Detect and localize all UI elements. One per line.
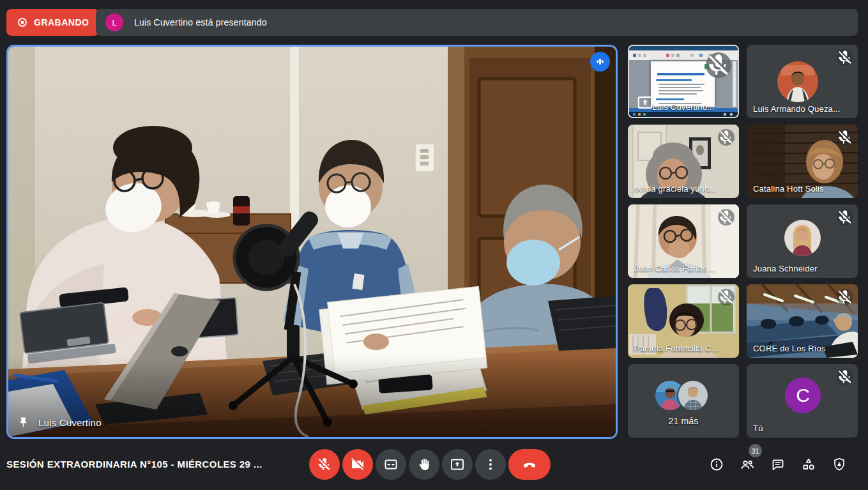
mic-muted-indicator xyxy=(837,369,853,385)
presenter-avatar: L xyxy=(105,13,123,31)
info-icon xyxy=(709,457,724,472)
mic-muted-indicator xyxy=(837,129,853,146)
tile-participant[interactable]: CORE de Los Ríos xyxy=(747,284,858,358)
camera-off-icon xyxy=(350,457,365,472)
participant-name: Luis Armando Queza... xyxy=(753,104,840,114)
mic-off-icon xyxy=(718,289,735,305)
overflow-avatar-2 xyxy=(677,379,709,411)
shield-lock-icon xyxy=(832,457,847,472)
camera-toggle-button[interactable] xyxy=(342,449,373,480)
mic-off-icon xyxy=(718,209,735,226)
tile-participant[interactable]: Pamela Fontecilla C... xyxy=(628,284,739,358)
participant-name: sylvia graciela yung... xyxy=(634,184,717,194)
participant-name: Luis Cuvertino... xyxy=(629,102,738,112)
participant-avatar xyxy=(784,220,821,256)
present-button[interactable] xyxy=(442,449,473,480)
overflow-count-label: 21 más xyxy=(628,416,739,426)
mic-off-icon xyxy=(706,52,731,78)
present-screen-icon xyxy=(450,457,465,472)
raise-hand-icon xyxy=(416,457,432,472)
presenter-avatar-letter: L xyxy=(112,18,116,27)
raise-hand-button[interactable] xyxy=(409,449,439,480)
mic-muted-indicator xyxy=(837,289,853,305)
mic-muted-indicator xyxy=(718,209,735,226)
self-avatar-letter: C xyxy=(796,385,810,406)
activities-icon xyxy=(801,457,816,472)
mic-muted-indicator xyxy=(718,129,735,146)
participant-name: Catalina Hott Solis xyxy=(753,184,824,194)
closed-captions-icon xyxy=(383,457,399,472)
presenting-banner: L Luis Cuvertino está presentando xyxy=(96,9,858,36)
audio-level-icon xyxy=(594,56,606,68)
call-end-icon xyxy=(522,457,537,472)
captions-button[interactable] xyxy=(376,449,406,480)
chat-icon xyxy=(770,457,786,472)
mic-muted-indicator xyxy=(837,209,853,226)
pinned-participant-name: Luis Cuvertino xyxy=(38,417,102,428)
mic-muted-indicator xyxy=(718,289,735,305)
mic-off-icon xyxy=(317,457,332,472)
participant-name: Juana Schneider xyxy=(753,264,818,273)
self-label: Tú xyxy=(753,424,763,433)
self-avatar: C xyxy=(785,378,821,413)
tile-presentation[interactable]: Luis Cuvertino... xyxy=(628,45,739,118)
pin-icon xyxy=(17,417,29,429)
activities-button[interactable] xyxy=(800,456,817,473)
participant-count-badge: 31 xyxy=(749,444,762,457)
participant-name: CORE de Los Ríos xyxy=(753,344,826,353)
mic-off-icon xyxy=(837,129,853,146)
hang-up-button[interactable] xyxy=(508,449,551,480)
people-icon xyxy=(740,457,755,472)
tile-participant[interactable]: Luis Armando Queza... xyxy=(747,45,858,118)
panel-controls xyxy=(708,449,848,480)
recording-badge: GRABANDO xyxy=(6,9,99,36)
tile-participant[interactable]: Catalina Hott Solis xyxy=(747,125,858,198)
mic-muted-indicator xyxy=(706,52,731,78)
participant-avatar xyxy=(777,61,818,102)
mic-off-icon xyxy=(718,129,735,146)
meeting-title: SESIÓN EXTRAORDINARIA N°105 - MIÉRCOLES … xyxy=(6,459,263,470)
pinned-participant-label: Luis Cuvertino xyxy=(17,417,102,429)
tile-self[interactable]: C Tú xyxy=(747,364,858,438)
presenting-text: Luis Cuvertino está presentando xyxy=(134,17,267,27)
recording-label: GRABANDO xyxy=(34,17,89,27)
more-options-icon xyxy=(483,457,498,472)
call-controls xyxy=(309,449,551,480)
record-icon xyxy=(17,17,28,28)
participants-button[interactable] xyxy=(739,456,756,473)
mic-toggle-button[interactable] xyxy=(309,449,340,480)
tile-overflow[interactable]: 21 más xyxy=(628,364,739,438)
main-video-feed xyxy=(8,47,616,437)
more-options-button[interactable] xyxy=(475,449,506,480)
participant-name: Pamela Fontecilla C... xyxy=(634,344,719,353)
mic-off-icon xyxy=(837,369,853,385)
doc-taskbar xyxy=(629,112,738,117)
tile-participant[interactable]: Juan Carlos Farías ... xyxy=(628,204,739,278)
main-video-tile[interactable]: Luis Cuvertino xyxy=(6,45,618,439)
mic-muted-indicator xyxy=(837,49,853,66)
mic-off-icon xyxy=(837,289,853,305)
tile-participant[interactable]: sylvia graciela yung... xyxy=(628,125,739,198)
host-controls-button[interactable] xyxy=(831,456,848,473)
participant-name: Juan Carlos Farías ... xyxy=(634,264,717,273)
mic-off-icon xyxy=(837,49,853,66)
audio-level-indicator xyxy=(590,52,610,72)
chat-button[interactable] xyxy=(770,456,786,473)
tile-participant[interactable]: Juana Schneider xyxy=(747,204,858,278)
doc-titlebar xyxy=(629,46,738,50)
meeting-details-button[interactable] xyxy=(708,456,725,473)
mic-off-icon xyxy=(837,209,853,226)
